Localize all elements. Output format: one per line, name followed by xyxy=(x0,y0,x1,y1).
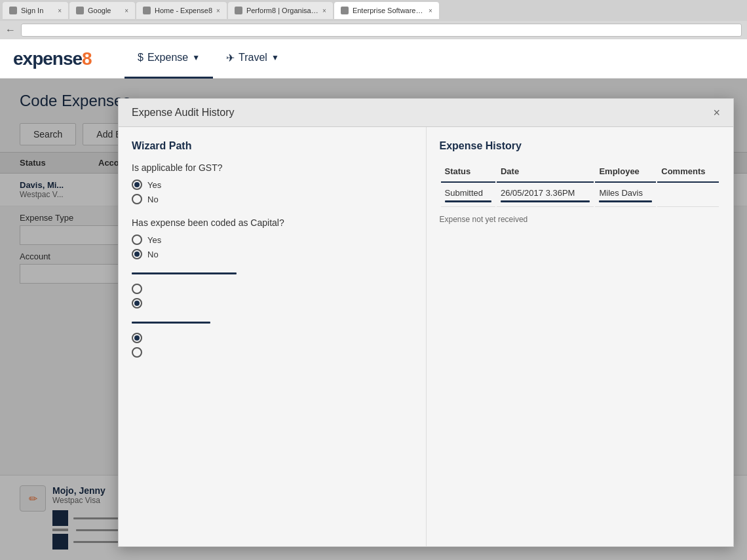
date-underline xyxy=(501,200,590,202)
cell-status-1: Submitted xyxy=(441,184,495,207)
anon-radio-1-b[interactable] xyxy=(132,298,413,308)
date-text: 26/05/2017 3.36PM xyxy=(501,188,575,198)
not-received-text: Expense not yet received xyxy=(440,215,721,224)
tab-icon-home xyxy=(143,7,151,14)
radio-label-capital-yes: Yes xyxy=(147,235,161,245)
col-date: Date xyxy=(497,164,594,183)
anon-radio-2-a[interactable] xyxy=(132,333,413,343)
anon-block-2 xyxy=(132,333,413,358)
tab-icon-enterprise xyxy=(341,7,349,14)
tab-label-perform8: Perform8 | Organisational Im... xyxy=(246,7,318,14)
anon-dot-2-a xyxy=(132,333,142,343)
nav-travel-label: Travel xyxy=(239,52,267,64)
modal-left: Wizard Path Is applicable for GST? Yes N… xyxy=(119,127,427,546)
history-row-1: Submitted 26/05/2017 3.36PM Miles Davis xyxy=(441,184,719,207)
question-capital: Has expense been coded as Capital? Yes N… xyxy=(132,217,413,259)
radio-capital-no[interactable]: No xyxy=(132,249,413,259)
cell-employee-1: Miles Davis xyxy=(595,184,656,207)
col-employee: Employee xyxy=(595,164,656,183)
logo: expense8 xyxy=(13,48,111,69)
wizard-path-title: Wizard Path xyxy=(132,140,413,152)
question-capital-text: Has expense been coded as Capital? xyxy=(132,217,413,228)
browser-chrome: Sign In × Google × Home - Expense8 × Per… xyxy=(0,0,747,39)
cell-comments-1 xyxy=(657,184,719,207)
nav-item-expense[interactable]: $ Expense ▼ xyxy=(125,39,213,79)
anon-radio-2-b[interactable] xyxy=(132,347,413,358)
tab-home[interactable]: Home - Expense8 × xyxy=(136,2,227,19)
history-thead: Status Date Employee Comments xyxy=(441,164,719,183)
employee-underline xyxy=(599,200,652,202)
tab-close-google[interactable]: × xyxy=(125,7,128,14)
col-status: Status xyxy=(441,164,495,183)
cell-date-1: 26/05/2017 3.36PM xyxy=(497,184,594,207)
radio-gst-yes[interactable]: Yes xyxy=(132,179,413,190)
col-comments: Comments xyxy=(657,164,719,183)
history-header-row: Status Date Employee Comments xyxy=(441,164,719,183)
radio-label-gst-yes: Yes xyxy=(147,180,161,190)
history-table: Status Date Employee Comments Submitted xyxy=(440,162,721,208)
travel-dropdown-icon: ▼ xyxy=(271,53,279,62)
separator-2 xyxy=(132,322,210,324)
anon-dot-2-b xyxy=(132,347,142,358)
tab-label-enterprise: Enterprise Software as a Ser... xyxy=(353,7,425,14)
tab-enterprise[interactable]: Enterprise Software as a Ser... × xyxy=(334,2,439,19)
modal-body: Wizard Path Is applicable for GST? Yes N… xyxy=(119,127,733,546)
radio-dot-gst-yes xyxy=(132,179,142,190)
tab-label-google: Google xyxy=(88,7,111,14)
nav-expense-label: Expense xyxy=(147,52,188,64)
back-button[interactable]: ← xyxy=(5,24,16,36)
tab-close-perform8[interactable]: × xyxy=(322,7,326,14)
status-underline xyxy=(445,200,491,202)
tab-label-signin: Sign In xyxy=(21,7,43,14)
address-bar: ← xyxy=(0,21,747,39)
top-nav: expense8 $ Expense ▼ ✈ Travel ▼ xyxy=(0,39,747,79)
tab-label-home: Home - Expense8 xyxy=(155,7,212,14)
anon-block-1 xyxy=(132,284,413,308)
radio-dot-capital-yes xyxy=(132,234,142,245)
status-text: Submitted xyxy=(445,188,484,198)
radio-dot-capital-no xyxy=(132,249,142,259)
tab-close-signin[interactable]: × xyxy=(58,7,62,14)
tab-icon-perform8 xyxy=(235,7,242,14)
dollar-icon: $ xyxy=(138,52,144,64)
tabs-bar: Sign In × Google × Home - Expense8 × Per… xyxy=(0,0,747,21)
tab-icon-google xyxy=(76,7,84,14)
radio-label-capital-no: No xyxy=(147,250,159,259)
tab-signin[interactable]: Sign In × xyxy=(3,2,68,19)
logo-8: 8 xyxy=(82,48,92,69)
tab-icon-signin xyxy=(9,7,17,14)
expense-dropdown-icon: ▼ xyxy=(192,53,200,62)
anon-dot-1-b xyxy=(132,298,142,308)
question-gst-text: Is applicable for GST? xyxy=(132,162,413,173)
expense-history-title: Expense History xyxy=(440,140,721,152)
question-gst: Is applicable for GST? Yes No xyxy=(132,162,413,204)
nav-item-travel[interactable]: ✈ Travel ▼ xyxy=(213,39,292,79)
radio-label-gst-no: No xyxy=(147,195,159,204)
app-container: expense8 $ Expense ▼ ✈ Travel ▼ Code Exp… xyxy=(0,39,747,560)
url-input[interactable] xyxy=(21,24,742,37)
separator-1 xyxy=(132,272,237,274)
main-content: Code Expenses Search Add Expe... Status … xyxy=(0,79,747,560)
radio-dot-gst-no xyxy=(132,194,142,204)
modal-close-button[interactable]: × xyxy=(713,107,720,119)
history-tbody: Submitted 26/05/2017 3.36PM Miles Davis xyxy=(441,184,719,207)
radio-capital-yes[interactable]: Yes xyxy=(132,234,413,245)
tab-close-enterprise[interactable]: × xyxy=(429,7,432,14)
travel-plane-icon: ✈ xyxy=(226,52,235,64)
logo-word: expense xyxy=(13,48,82,69)
modal-header: Expense Audit History × xyxy=(119,99,733,127)
anon-dot-1-a xyxy=(132,284,142,294)
employee-text: Miles Davis xyxy=(599,188,642,198)
tab-google[interactable]: Google × xyxy=(69,2,135,19)
modal-title: Expense Audit History xyxy=(132,107,235,119)
tab-close-home[interactable]: × xyxy=(216,7,220,14)
tab-perform8[interactable]: Perform8 | Organisational Im... × xyxy=(228,2,333,19)
logo-text: expense8 xyxy=(13,48,92,69)
expense-audit-modal: Expense Audit History × Wizard Path Is a… xyxy=(118,98,734,547)
radio-gst-no[interactable]: No xyxy=(132,194,413,204)
modal-right: Expense History Status Date Employee Com… xyxy=(427,127,734,546)
anon-radio-1-a[interactable] xyxy=(132,284,413,294)
